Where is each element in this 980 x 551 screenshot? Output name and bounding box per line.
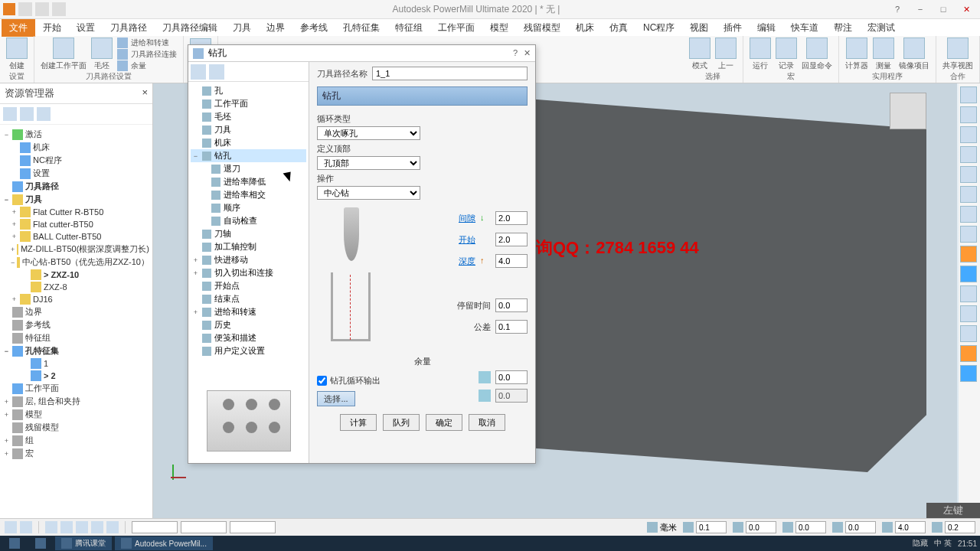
status-input[interactable] [132,521,178,533]
menu-tab[interactable]: 帮注 [826,19,860,37]
tree-item[interactable]: −刀具 [2,193,151,206]
ribbon-prev[interactable]: 上一 [715,37,737,71]
field-icon[interactable] [882,522,893,533]
menu-tab[interactable]: 边界 [259,19,292,37]
status-icon[interactable] [76,521,88,533]
view-tool-icon[interactable] [960,226,977,243]
tree-item[interactable]: > ZXZ-10 [2,269,151,281]
task-item[interactable]: Autodesk PowerMil... [115,536,213,550]
field-icon[interactable] [782,522,793,533]
calculate-button[interactable]: 计算 [340,414,377,431]
dialog-tree-item[interactable]: 结束点 [191,292,306,305]
dialog-tree-item[interactable]: 孔 [191,84,306,97]
tree-item[interactable]: +BALL Cutter-BT50 [2,230,151,243]
depth-input[interactable] [495,254,528,268]
expand-icon[interactable] [3,107,17,121]
tree-item[interactable]: 1 [2,357,151,370]
dialog-tree-item[interactable]: 刀具 [191,123,306,136]
thickness-input-2[interactable] [495,389,528,403]
dialog-tree-item[interactable]: 刀轴 [191,227,306,240]
queue-button[interactable]: 队列 [383,414,420,431]
tree-item[interactable]: ZXZ-8 [2,281,151,293]
ribbon-mirror[interactable]: 镜像项目 [899,37,929,71]
trash-icon[interactable] [37,107,51,121]
status-icon[interactable] [106,521,119,533]
dialog-tree-item[interactable]: +进给和转速 [191,305,306,318]
status-field-input[interactable] [795,521,826,533]
status-icon[interactable] [5,521,17,533]
shade-icon[interactable] [960,246,977,262]
view-tool-icon[interactable] [960,305,977,322]
menu-tab[interactable]: 刀具路径编辑 [155,19,225,37]
thickness-icon[interactable] [479,371,491,383]
status-icon[interactable] [91,521,103,533]
dialog-tree-item[interactable]: 退刀 [191,162,306,175]
dialog-tree-item[interactable]: 进给率相交 [191,188,306,201]
tree-item[interactable]: −中心钻-BT50（优先选用ZXZ-10） [2,256,151,269]
tree-item[interactable]: 刀具路径 [2,180,151,193]
tree-item[interactable]: +DJ16 [2,293,151,305]
thickness-icon[interactable] [479,390,491,402]
dialog-tree-item[interactable]: +快进移动 [191,253,306,266]
field-icon[interactable] [733,522,743,533]
select-button[interactable]: 选择... [317,391,355,406]
explorer-button[interactable] [29,536,52,550]
status-input[interactable] [181,521,227,533]
dialog-tree-item[interactable]: −钻孔 [191,149,306,162]
menu-tab[interactable]: 机床 [568,19,602,37]
menu-tab[interactable]: 插件 [716,19,750,37]
task-item[interactable]: 腾讯课堂 [55,536,112,550]
ok-button[interactable]: 确定 [426,414,462,431]
panel-close-icon[interactable]: × [142,86,148,100]
menu-tab[interactable]: 开始 [35,19,69,37]
status-field-input[interactable] [895,521,926,533]
tree-item[interactable]: +MZ-DILL-BT50(根据深度调整刀长) [2,243,151,256]
dialog-tree-item[interactable]: 进给率降低 [191,175,306,188]
status-input[interactable] [230,521,276,533]
dwell-input[interactable] [495,298,528,312]
view-tool-icon[interactable] [960,206,977,223]
tree-item[interactable]: NC程序 [2,154,151,167]
wireframe-icon[interactable] [960,266,977,282]
tree-item[interactable]: 参考线 [2,318,151,331]
tree-item[interactable]: +层, 组合和夹持 [2,395,151,408]
menu-tab[interactable]: 残留模型 [516,19,568,37]
toolpath-name-input[interactable] [372,67,528,80]
maximize-button[interactable]: □ [933,2,954,16]
tree-item[interactable]: +宏 [2,447,151,460]
tree-item[interactable]: +模型 [2,408,151,421]
dialog-tree-item[interactable]: 便笺和描述 [191,331,306,344]
tree-item[interactable]: −孔特征集 [2,344,151,357]
arrow-icon[interactable] [960,345,977,362]
tree-item[interactable]: +组 [2,434,151,447]
status-field-input[interactable] [845,521,876,533]
ribbon-share[interactable]: 共享视图 [942,37,973,71]
menu-tab[interactable]: 特征组 [387,19,430,37]
view-toggle-icon[interactable] [191,64,206,80]
field-icon[interactable] [932,522,942,533]
zoom-fit-icon[interactable] [960,186,977,203]
tree-item[interactable]: > 2 [2,370,151,382]
tree-item[interactable]: +Flat Cutter R-BT50 [2,206,151,218]
tree-item[interactable]: −激活 [2,128,151,141]
ribbon-workplane[interactable]: 创建工作平面 [41,37,87,71]
clearance-input[interactable] [495,211,528,225]
status-field-input[interactable] [945,521,975,533]
ribbon-echo[interactable]: 回显命令 [802,37,832,71]
clearance-label[interactable]: 间隙 [459,213,475,224]
view-tool-icon[interactable] [960,325,977,342]
menu-tab[interactable]: 工作平面 [430,19,482,37]
menu-tab[interactable]: 快车道 [783,19,826,37]
ribbon-measure[interactable]: 测量 [873,37,894,71]
ribbon-mode[interactable]: 模式 [689,37,710,71]
dialog-tree-item[interactable]: 工作平面 [191,97,306,110]
cancel-button[interactable]: 取消 [469,414,505,431]
depth-label[interactable]: 深度 [459,256,475,267]
menu-tab[interactable]: 仿真 [602,19,635,37]
dialog-close-icon[interactable]: ✕ [524,48,531,58]
tree-item[interactable]: 特征组 [2,331,151,344]
dialog-tree-item[interactable]: 机床 [191,136,306,149]
dialog-tree-item[interactable]: 毛坯 [191,110,306,123]
ribbon-thickness[interactable]: 余量 [117,60,177,71]
menu-tab[interactable]: 刀具路径 [103,19,155,37]
